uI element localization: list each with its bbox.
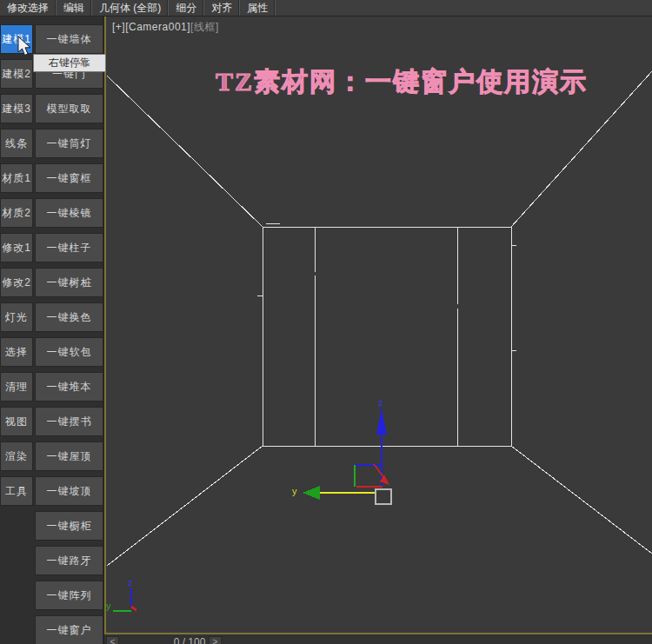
line-break (456, 304, 460, 309)
previous-frame-button[interactable]: < (106, 636, 119, 644)
time-slider-bar: < 0 / 100 > (104, 633, 652, 644)
action-button-11[interactable]: 一键摆书 (35, 407, 103, 436)
menu-item-3[interactable]: 细分 (169, 0, 204, 16)
wireframe-scene: z y z y (106, 16, 652, 634)
category-button-7[interactable]: 修改2 (0, 268, 33, 297)
world-z-label: z (128, 577, 133, 588)
category-button-10[interactable]: 清理 (0, 372, 33, 402)
menu-item-0[interactable]: 修改选择 (0, 0, 57, 16)
category-button-5[interactable]: 材质2 (0, 198, 33, 228)
world-y-label: y (106, 601, 111, 611)
line-break (313, 272, 317, 276)
action-button-12[interactable]: 一键屋顶 (35, 442, 103, 471)
y-axis-arrow-icon (303, 486, 320, 500)
action-button-14[interactable]: 一键橱柜 (35, 511, 103, 541)
gizmo-z-label: z (378, 397, 383, 408)
menu-item-4[interactable]: 对齐 (204, 0, 240, 16)
pivot-box (376, 489, 391, 504)
room-wireframe (107, 71, 652, 566)
action-button-9[interactable]: 一键软包 (35, 337, 103, 367)
action-button-7[interactable]: 一键树桩 (35, 268, 103, 297)
menu-item-2[interactable]: 几何体 (全部) (92, 0, 169, 16)
viewport-canvas[interactable]: [+][Camera001][线框] TZ素材网：一键窗户使用演示 (104, 16, 652, 634)
action-button-3[interactable]: 一键筒灯 (35, 129, 103, 158)
category-button-12[interactable]: 渲染 (0, 442, 33, 471)
menu-item-1[interactable]: 编辑 (57, 0, 92, 16)
transform-gizmo[interactable]: z y (292, 397, 391, 504)
plugin-sidebar: 建模1建模2建模3线条材质1材质2修改1修改2灯光选择清理视图渲染工具一键墙体一… (0, 16, 104, 644)
tooltip: 右键停靠 (33, 54, 106, 72)
category-button-9[interactable]: 选择 (0, 337, 33, 367)
z-axis-arrow-icon (376, 408, 387, 435)
action-button-8[interactable]: 一键换色 (35, 302, 103, 332)
action-button-13[interactable]: 一键坡顶 (35, 476, 103, 506)
action-button-10[interactable]: 一键堆本 (35, 372, 103, 402)
action-button-15[interactable]: 一键路牙 (35, 546, 103, 575)
action-button-17[interactable]: 一键窗户 (35, 615, 103, 644)
menu-bar: 修改选择编辑几何体 (全部)细分对齐属性 (0, 0, 652, 17)
category-button-11[interactable]: 视图 (0, 407, 33, 436)
application-window: 修改选择编辑几何体 (全部)细分对齐属性 建模1建模2建模3线条材质1材质2修改… (0, 0, 652, 644)
category-button-8[interactable]: 灯光 (0, 302, 33, 332)
mouse-cursor-icon (17, 36, 32, 56)
category-button-6[interactable]: 修改1 (0, 233, 33, 262)
action-button-6[interactable]: 一键柱子 (35, 233, 103, 262)
category-button-1[interactable]: 建模2 (0, 59, 33, 89)
action-button-2[interactable]: 模型取取 (35, 94, 103, 123)
next-frame-button[interactable]: > (209, 636, 222, 644)
category-button-13[interactable]: 工具 (0, 476, 33, 506)
gizmo-y-label: y (292, 486, 297, 496)
category-button-2[interactable]: 建模3 (0, 94, 33, 123)
world-axis-tripod: z y (106, 577, 136, 611)
action-button-5[interactable]: 一键棱镜 (35, 198, 103, 228)
action-button-0[interactable]: 一键墙体 (35, 24, 103, 54)
menu-item-5[interactable]: 属性 (240, 0, 276, 16)
action-button-4[interactable]: 一键窗框 (35, 163, 103, 193)
category-button-3[interactable]: 线条 (0, 129, 33, 158)
category-button-4[interactable]: 材质1 (0, 163, 33, 193)
action-button-16[interactable]: 一键阵列 (35, 581, 103, 610)
